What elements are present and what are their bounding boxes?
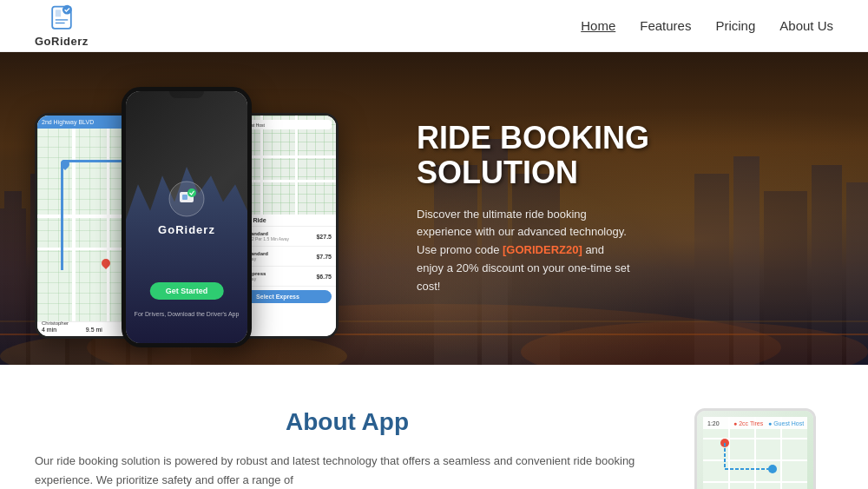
about-title: About App [35,408,660,436]
map-time: 4 min [42,327,56,333]
hero-section: 2nd Highway BLVD 4 min 9.5 mi LOGO Chris… [0,52,868,365]
about-phone-screen-svg: 1:20 ● 2cc Tires ● Guest Host [703,417,807,489]
promo-code: [GORIDERZ20] [503,243,582,256]
svg-rect-1 [56,10,61,17]
about-text: About App Our ride booking solution is p… [35,408,660,489]
about-phone-image: 1:20 ● 2cc Tires ● Guest Host [694,408,816,489]
logo-text: GoRiderz [35,35,89,48]
phones-mockup: 2nd Highway BLVD 4 min 9.5 mi LOGO Chris… [35,69,365,347]
about-description: Our ride booking solution is powered by … [35,452,660,489]
ride1-time: 1:32 Per 1.5 Min Away [246,236,313,241]
nav-about[interactable]: About Us [779,18,833,33]
about-phone-preview: 1:20 ● 2cc Tires ● Guest Host [694,408,833,489]
logo-icon [46,3,77,35]
svg-text:1:20: 1:20 [707,420,720,426]
hero-text-block: RIDE BOOKING SOLUTION Discover the ultim… [365,121,833,295]
phone-get-started-button[interactable]: Get Started [150,282,224,300]
ride2-time: Away [246,256,313,261]
ride1-price: $27.5 [316,234,332,240]
svg-point-36 [187,188,196,197]
phone-center: GoRiderz Get Started For Drivers, Downlo… [122,87,252,347]
nav: Home Features Pricing About Us [581,18,833,33]
ride2-price: $7.75 [316,254,332,260]
nav-home[interactable]: Home [581,18,615,33]
map-distance: 9.5 mi [86,327,102,333]
nav-features[interactable]: Features [640,18,691,33]
map-header-text: 2nd Highway BLVD [42,119,94,125]
svg-rect-35 [182,195,187,200]
center-phone-brand-name: GoRiderz [158,223,215,236]
hero-title: RIDE BOOKING SOLUTION [417,121,833,189]
nav-pricing[interactable]: Pricing [715,18,755,33]
phone-driver-text: For Drivers, Download the Driver's App [135,311,240,317]
svg-text:● 2cc Tires: ● 2cc Tires [733,420,764,426]
ride3-price: $6.75 [316,274,332,280]
logo: GoRiderz [35,3,89,48]
hero-content: 2nd Highway BLVD 4 min 9.5 mi LOGO Chris… [0,52,868,365]
svg-text:● Guest Host: ● Guest Host [768,420,804,426]
hero-description: Discover the ultimate ride booking exper… [417,206,634,296]
header: GoRiderz Home Features Pricing About Us [0,0,868,52]
about-section: About App Our ride booking solution is p… [0,365,868,489]
center-phone-logo-icon [158,180,215,218]
map-driver-name: Christopher [42,320,69,326]
ride3-time: Away [246,276,313,281]
